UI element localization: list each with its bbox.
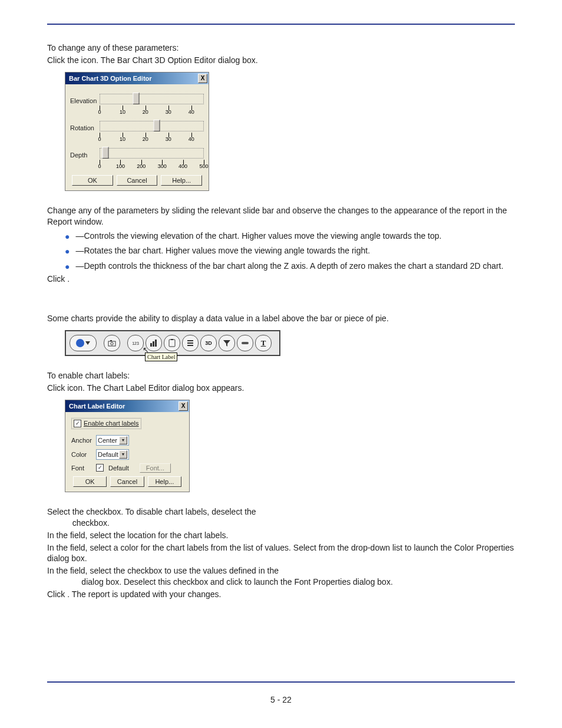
step1-suffix: icon. The Bar Chart 3D Option Editor dia… <box>81 55 258 65</box>
bullet-icon: ● <box>65 231 70 243</box>
svg-marker-11 <box>223 340 230 347</box>
ok-button[interactable]: OK <box>72 175 113 186</box>
tick: 0 <box>98 163 101 169</box>
elevation-label: Elevation <box>70 94 100 104</box>
t: checkbox. To disable chart labels, desel… <box>86 507 256 516</box>
font-label: Font <box>71 465 96 472</box>
ok-button[interactable]: OK <box>73 476 107 487</box>
elevation-row: Elevation 0 10 20 30 40 <box>70 94 204 110</box>
elevation-slider[interactable] <box>100 94 204 104</box>
list-icon[interactable] <box>182 335 199 351</box>
anchor-select[interactable]: Center ▼ <box>96 435 129 446</box>
chart-label-tooltip: Chart Label <box>145 353 177 361</box>
bullet-elevation-text: —Controls the viewing elevation of the c… <box>75 231 515 243</box>
bar-chart-3d-dialog: Bar Chart 3D Option Editor X Elevation 0… <box>65 72 209 191</box>
svg-rect-7 <box>171 339 173 340</box>
t: dialog box. Deselect this checkbox and c… <box>79 577 392 587</box>
rotation-row: Rotation 0 10 20 30 40 <box>70 121 204 137</box>
checkbox-icon[interactable]: ✓ <box>96 464 104 472</box>
tick: 40 <box>189 109 194 115</box>
palette-icon[interactable] <box>237 335 253 351</box>
click-text: Click . <box>47 274 515 285</box>
bullet-icon: ● <box>65 246 70 258</box>
color-dropdown-button[interactable] <box>70 335 97 351</box>
chart-label-icon-text: 123 <box>132 341 139 345</box>
filter-icon[interactable] <box>219 335 235 351</box>
font-default-label: Default <box>108 465 129 472</box>
help-button[interactable]: Help... <box>148 476 181 487</box>
color-field-text: In the field, select a color for the cha… <box>47 542 515 565</box>
tick: 40 <box>189 136 194 142</box>
color-swatch-icon <box>76 339 84 347</box>
step-click-label-icon: Click icon. The Chart Label Editor dialo… <box>47 383 515 394</box>
color-label: Color <box>71 451 96 458</box>
tick: 20 <box>143 109 148 115</box>
enable-chart-labels-label: Enable chart labels <box>84 420 139 427</box>
color-row: Color Default ▼ <box>71 449 183 460</box>
tick: 300 <box>158 163 167 169</box>
color-select[interactable]: Default ▼ <box>96 449 129 460</box>
rotation-thumb[interactable] <box>154 120 160 131</box>
depth-slider[interactable] <box>100 148 204 159</box>
bar-chart-icon[interactable] <box>146 335 162 351</box>
help-button[interactable]: Help... <box>161 175 202 186</box>
dialog-3d-title: Bar Chart 3D Option Editor <box>69 75 152 82</box>
font-field-text: In the field, select the checkbox to use… <box>47 565 515 588</box>
dialog-label-title: Chart Label Editor <box>69 403 125 410</box>
font-button[interactable]: Font... <box>140 463 171 473</box>
tick: 400 <box>178 163 187 169</box>
cancel-button[interactable]: Cancel <box>117 175 158 186</box>
chevron-down-icon: ▼ <box>119 450 127 459</box>
header-rule <box>47 24 515 25</box>
tick: 0 <box>98 136 101 142</box>
bullet-depth-text: —Depth controls the thickness of the bar… <box>75 261 515 273</box>
chart-label-editor-dialog: Chart Label Editor X ✓ Enable chart labe… <box>65 400 190 492</box>
report-toolbar: 123 3D T ↖ Chart Label <box>65 330 280 356</box>
font-row: Font ✓ Default Font... <box>71 463 183 473</box>
text-icon[interactable]: T <box>255 335 272 351</box>
tick: 500 <box>199 163 208 169</box>
anchor-field-text: In the field, select the location for th… <box>47 530 515 541</box>
enable-chart-labels-checkbox-row[interactable]: ✓ Enable chart labels <box>71 418 141 429</box>
tick: 10 <box>120 109 125 115</box>
cancel-button[interactable]: Cancel <box>110 476 144 487</box>
close-icon[interactable]: X <box>178 401 188 411</box>
rotation-slider[interactable] <box>100 121 204 131</box>
step1-prefix: Click the <box>47 55 81 65</box>
elevation-thumb[interactable] <box>133 93 140 104</box>
clipboard-icon[interactable] <box>164 335 180 351</box>
dialog-label-titlebar[interactable]: Chart Label Editor X <box>65 400 189 412</box>
step-click-label-suffix: icon. The Chart Label Editor dialog box … <box>67 383 244 393</box>
tick: 30 <box>166 109 171 115</box>
tick: 200 <box>137 163 146 169</box>
close-icon[interactable]: X <box>198 74 207 83</box>
depth-label: Depth <box>70 148 100 159</box>
t: In the field, select the checkbox to use… <box>47 566 279 575</box>
anchor-label: Anchor <box>71 437 96 444</box>
camera-icon[interactable] <box>104 335 120 351</box>
svg-rect-2 <box>110 340 112 341</box>
svg-rect-4 <box>153 341 154 347</box>
step-click-3d-icon: Click the icon. The Bar Chart 3D Option … <box>47 55 515 66</box>
anchor-value: Center <box>98 437 117 444</box>
svg-rect-3 <box>150 343 152 347</box>
3d-icon[interactable]: 3D <box>200 335 217 351</box>
tick: 100 <box>116 163 125 169</box>
page-number: 5 - 22 <box>0 695 562 704</box>
color-value: Default <box>98 451 118 458</box>
svg-rect-0 <box>108 341 115 346</box>
depth-row: Depth 0 100 200 300 400 500 <box>70 148 204 164</box>
bullet-depth: ● —Depth controls the thickness of the b… <box>65 261 515 273</box>
dialog-3d-titlebar[interactable]: Bar Chart 3D Option Editor X <box>65 73 209 84</box>
tick: 20 <box>143 136 148 142</box>
svg-rect-5 <box>155 340 157 347</box>
depth-thumb[interactable] <box>102 147 108 159</box>
t: Select the <box>47 507 86 516</box>
checkbox-icon[interactable]: ✓ <box>74 420 81 427</box>
tick: 0 <box>98 109 101 115</box>
bullet-rotation: ● —Rotates the bar chart. Higher values … <box>65 246 515 258</box>
chart-label-icon[interactable]: 123 <box>127 335 144 351</box>
tick: 30 <box>166 136 171 142</box>
chevron-down-icon: ▼ <box>119 436 127 444</box>
t: checkbox. <box>70 518 110 528</box>
